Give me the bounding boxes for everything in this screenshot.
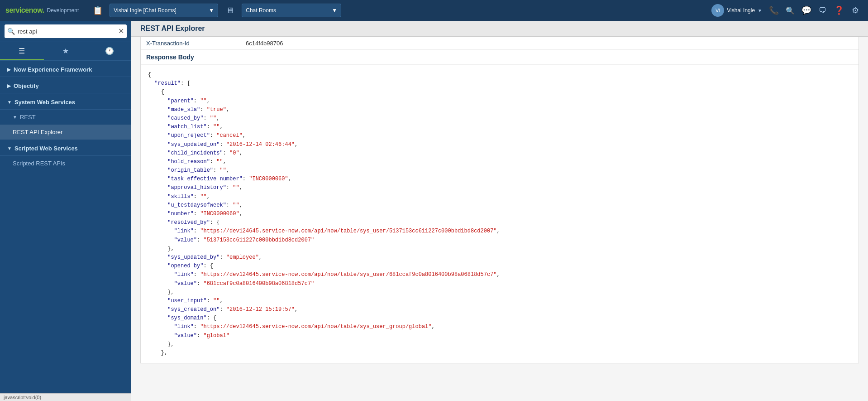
scope-dropdown[interactable]: Vishal Ingle [Chat Rooms] bbox=[114, 7, 206, 14]
help-icon[interactable]: ❓ bbox=[832, 3, 846, 18]
main-layout: 🔍 ✕ ☰ ★ 🕐 ▶ Now Experience Framework ▶ O… bbox=[0, 21, 868, 401]
settings-icon[interactable]: ⚙ bbox=[848, 3, 863, 18]
sidebar-subgroup-rest[interactable]: ▼ REST bbox=[0, 110, 131, 125]
search-box-icon: 🔍 bbox=[7, 28, 15, 35]
user-name: Vishal Ingle bbox=[727, 7, 755, 14]
brand-logo: servicenow. bbox=[5, 6, 44, 14]
phone-icon[interactable]: 📞 bbox=[767, 3, 781, 18]
brand-area: servicenow. Development bbox=[5, 6, 79, 14]
scope-chevron-icon: ▼ bbox=[209, 7, 214, 14]
search-icon[interactable]: 🔍 bbox=[783, 3, 797, 18]
chevron-down-icon-rest: ▼ bbox=[13, 115, 17, 120]
chevron-down-icon-sws: ▼ bbox=[7, 100, 12, 105]
user-menu[interactable]: VI Vishal Ingle ▼ bbox=[711, 4, 762, 17]
clear-search-icon[interactable]: ✕ bbox=[118, 28, 124, 35]
status-text: javascript:void(0) bbox=[4, 395, 41, 400]
sidebar-item-scripted-rest-apis[interactable]: Scripted REST APIs bbox=[0, 156, 131, 171]
sidebar-tabs: ☰ ★ 🕐 bbox=[0, 42, 131, 61]
scope-toggle-icon[interactable]: 📋 bbox=[91, 3, 105, 18]
chevron-right-icon: ▶ bbox=[7, 67, 11, 72]
scope-selector[interactable]: Vishal Ingle [Chat Rooms] ▼ bbox=[110, 4, 218, 17]
sidebar-label-rest-api-explorer: REST API Explorer bbox=[13, 129, 62, 135]
window-selector[interactable]: Chat Rooms ▼ bbox=[242, 4, 341, 17]
main-content: REST API Explorer X-Transaction-Id 6c14f… bbox=[131, 21, 868, 401]
sidebar-label-objectify: Objectify bbox=[14, 82, 39, 89]
window-icon[interactable]: 🖥 bbox=[223, 3, 237, 18]
search-box: 🔍 ✕ bbox=[5, 24, 127, 38]
sidebar-item-now-experience[interactable]: ▶ Now Experience Framework bbox=[0, 61, 131, 77]
sidebar-label-scripted: Scripted Web Services bbox=[14, 145, 78, 152]
sidebar-item-objectify[interactable]: ▶ Objectify bbox=[0, 77, 131, 93]
transaction-id-row: X-Transaction-Id 6c14f4b98706 bbox=[141, 37, 858, 50]
sidebar-label-now-experience: Now Experience Framework bbox=[14, 66, 92, 73]
sidebar-item-system-web-services[interactable]: ▼ System Web Services bbox=[0, 93, 131, 110]
sidebar-item-rest-api-explorer[interactable]: REST API Explorer bbox=[0, 125, 131, 140]
search-input[interactable] bbox=[18, 28, 115, 35]
response-body-label: Response Body bbox=[141, 50, 858, 65]
sidebar-label-rest: REST bbox=[20, 114, 36, 121]
content-body: X-Transaction-Id 6c14f4b98706 Response B… bbox=[131, 37, 868, 401]
sidebar-nav: ▶ Now Experience Framework ▶ Objectify ▼… bbox=[0, 61, 131, 401]
tab-navigation[interactable]: ☰ bbox=[0, 42, 44, 60]
sidebar: 🔍 ✕ ☰ ★ 🕐 ▶ Now Experience Framework ▶ O… bbox=[0, 21, 131, 401]
sidebar-label-scripted-rest: Scripted REST APIs bbox=[13, 160, 65, 167]
window-dropdown[interactable]: Chat Rooms bbox=[246, 7, 332, 14]
chevron-right-icon-objectify: ▶ bbox=[7, 83, 11, 88]
response-code-block: { "result": [ { "parent": "", "made_sla"… bbox=[140, 65, 859, 363]
user-chevron-icon: ▼ bbox=[758, 8, 762, 13]
response-table: X-Transaction-Id 6c14f4b98706 Response B… bbox=[140, 37, 859, 65]
page-title: REST API Explorer bbox=[140, 24, 205, 32]
tab-history[interactable]: 🕐 bbox=[87, 42, 131, 60]
chat-icon[interactable]: 🗨 bbox=[816, 3, 830, 18]
search-area: 🔍 ✕ bbox=[0, 21, 131, 42]
connect-icon[interactable]: 💬 bbox=[799, 3, 814, 18]
window-chevron-icon: ▼ bbox=[332, 7, 337, 14]
sidebar-label-sws: System Web Services bbox=[14, 99, 75, 106]
avatar-initials: VI bbox=[715, 8, 720, 13]
page-header: REST API Explorer bbox=[131, 21, 868, 37]
tab-favorites[interactable]: ★ bbox=[44, 42, 88, 60]
transaction-id-label: X-Transaction-Id bbox=[146, 40, 246, 47]
avatar: VI bbox=[711, 4, 724, 17]
top-navigation: servicenow. Development 📋 Vishal Ingle [… bbox=[0, 0, 868, 21]
status-bar: javascript:void(0) bbox=[0, 393, 131, 401]
nav-icons-right: 📞 🔍 💬 🗨 ❓ ⚙ bbox=[767, 3, 863, 18]
sidebar-item-scripted-web-services[interactable]: ▼ Scripted Web Services bbox=[0, 140, 131, 156]
chevron-down-icon-scripted: ▼ bbox=[7, 146, 12, 151]
environment-label: Development bbox=[47, 7, 79, 14]
transaction-id-value: 6c14f4b98706 bbox=[246, 40, 283, 47]
logo-text: servicenow. bbox=[5, 6, 44, 14]
